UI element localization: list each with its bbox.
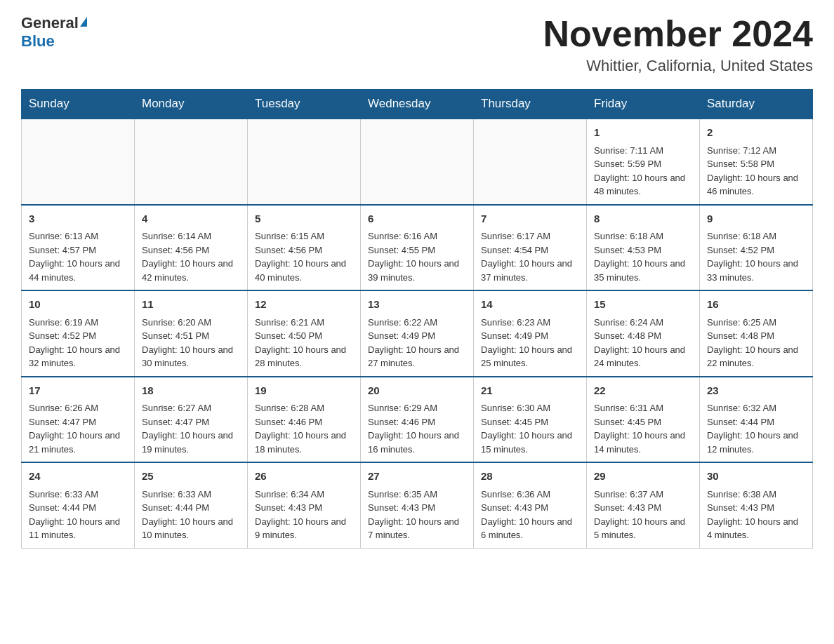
day-info: Sunrise: 6:34 AMSunset: 4:43 PMDaylight:…	[255, 488, 353, 542]
calendar-cell	[474, 119, 587, 205]
day-number: 8	[594, 211, 692, 227]
day-info: Sunrise: 6:24 AMSunset: 4:48 PMDaylight:…	[594, 316, 692, 370]
calendar-table: SundayMondayTuesdayWednesdayThursdayFrid…	[21, 89, 813, 549]
calendar-cell: 30Sunrise: 6:38 AMSunset: 4:43 PMDayligh…	[700, 462, 813, 548]
day-info: Sunrise: 6:22 AMSunset: 4:49 PMDaylight:…	[368, 316, 466, 370]
day-info: Sunrise: 6:31 AMSunset: 4:45 PMDaylight:…	[594, 401, 692, 456]
day-info: Sunrise: 6:33 AMSunset: 4:44 PMDaylight:…	[142, 488, 240, 542]
day-number: 1	[594, 125, 692, 141]
calendar-cell: 7Sunrise: 6:17 AMSunset: 4:54 PMDaylight…	[474, 205, 587, 291]
calendar-cell: 17Sunrise: 6:26 AMSunset: 4:47 PMDayligh…	[22, 377, 135, 463]
day-number: 2	[707, 125, 805, 141]
logo: General Blue	[21, 14, 87, 51]
day-info: Sunrise: 6:18 AMSunset: 4:52 PMDaylight:…	[707, 229, 805, 284]
calendar-cell	[22, 119, 135, 205]
day-info: Sunrise: 6:19 AMSunset: 4:52 PMDaylight:…	[29, 316, 127, 370]
title-area: November 2024 Whittier, California, Unit…	[543, 14, 813, 75]
day-info: Sunrise: 6:18 AMSunset: 4:53 PMDaylight:…	[594, 229, 692, 284]
weekday-header-saturday: Saturday	[700, 90, 813, 119]
day-number: 21	[481, 383, 579, 399]
week-row-5: 24Sunrise: 6:33 AMSunset: 4:44 PMDayligh…	[22, 462, 813, 548]
calendar-cell: 5Sunrise: 6:15 AMSunset: 4:56 PMDaylight…	[248, 205, 361, 291]
day-info: Sunrise: 6:33 AMSunset: 4:44 PMDaylight:…	[29, 488, 127, 542]
day-number: 29	[594, 469, 692, 485]
day-info: Sunrise: 6:30 AMSunset: 4:45 PMDaylight:…	[481, 401, 579, 456]
day-number: 19	[255, 383, 353, 399]
calendar-cell: 10Sunrise: 6:19 AMSunset: 4:52 PMDayligh…	[22, 290, 135, 377]
calendar-cell: 22Sunrise: 6:31 AMSunset: 4:45 PMDayligh…	[587, 377, 700, 463]
day-info: Sunrise: 6:28 AMSunset: 4:46 PMDaylight:…	[255, 401, 353, 456]
calendar-cell: 13Sunrise: 6:22 AMSunset: 4:49 PMDayligh…	[361, 290, 474, 377]
day-number: 17	[29, 383, 127, 399]
calendar-cell: 28Sunrise: 6:36 AMSunset: 4:43 PMDayligh…	[474, 462, 587, 548]
calendar-cell: 4Sunrise: 6:14 AMSunset: 4:56 PMDaylight…	[135, 205, 248, 291]
week-row-1: 1Sunrise: 7:11 AMSunset: 5:59 PMDaylight…	[22, 119, 813, 205]
logo-blue-text: Blue	[21, 32, 55, 51]
day-info: Sunrise: 6:15 AMSunset: 4:56 PMDaylight:…	[255, 229, 353, 284]
day-info: Sunrise: 6:17 AMSunset: 4:54 PMDaylight:…	[481, 229, 579, 284]
calendar-cell: 26Sunrise: 6:34 AMSunset: 4:43 PMDayligh…	[248, 462, 361, 548]
day-number: 27	[368, 469, 466, 485]
header: General Blue November 2024 Whittier, Cal…	[21, 14, 813, 75]
day-info: Sunrise: 6:14 AMSunset: 4:56 PMDaylight:…	[142, 229, 240, 284]
calendar-cell: 9Sunrise: 6:18 AMSunset: 4:52 PMDaylight…	[700, 205, 813, 291]
weekday-header-tuesday: Tuesday	[248, 90, 361, 119]
calendar-cell: 18Sunrise: 6:27 AMSunset: 4:47 PMDayligh…	[135, 377, 248, 463]
calendar-cell	[135, 119, 248, 205]
day-number: 30	[707, 469, 805, 485]
day-info: Sunrise: 6:37 AMSunset: 4:43 PMDaylight:…	[594, 488, 692, 542]
calendar-cell: 11Sunrise: 6:20 AMSunset: 4:51 PMDayligh…	[135, 290, 248, 377]
calendar-cell: 3Sunrise: 6:13 AMSunset: 4:57 PMDaylight…	[22, 205, 135, 291]
calendar-cell: 2Sunrise: 7:12 AMSunset: 5:58 PMDaylight…	[700, 119, 813, 205]
day-number: 3	[29, 211, 127, 227]
day-info: Sunrise: 7:12 AMSunset: 5:58 PMDaylight:…	[707, 144, 805, 199]
day-number: 20	[368, 383, 466, 399]
day-number: 11	[142, 297, 240, 313]
day-number: 23	[707, 383, 805, 399]
weekday-header-friday: Friday	[587, 90, 700, 119]
day-info: Sunrise: 6:25 AMSunset: 4:48 PMDaylight:…	[707, 316, 805, 370]
weekday-header-row: SundayMondayTuesdayWednesdayThursdayFrid…	[22, 90, 813, 119]
day-number: 14	[481, 297, 579, 313]
week-row-2: 3Sunrise: 6:13 AMSunset: 4:57 PMDaylight…	[22, 205, 813, 291]
calendar-cell: 21Sunrise: 6:30 AMSunset: 4:45 PMDayligh…	[474, 377, 587, 463]
day-info: Sunrise: 6:27 AMSunset: 4:47 PMDaylight:…	[142, 401, 240, 456]
day-info: Sunrise: 6:38 AMSunset: 4:43 PMDaylight:…	[707, 488, 805, 542]
calendar-cell: 16Sunrise: 6:25 AMSunset: 4:48 PMDayligh…	[700, 290, 813, 377]
calendar-cell: 12Sunrise: 6:21 AMSunset: 4:50 PMDayligh…	[248, 290, 361, 377]
calendar-cell: 29Sunrise: 6:37 AMSunset: 4:43 PMDayligh…	[587, 462, 700, 548]
day-number: 4	[142, 211, 240, 227]
calendar-subtitle: Whittier, California, United States	[543, 57, 813, 75]
day-number: 9	[707, 211, 805, 227]
calendar-title: November 2024	[543, 14, 813, 54]
day-number: 10	[29, 297, 127, 313]
day-number: 28	[481, 469, 579, 485]
day-info: Sunrise: 6:13 AMSunset: 4:57 PMDaylight:…	[29, 229, 127, 284]
day-info: Sunrise: 6:23 AMSunset: 4:49 PMDaylight:…	[481, 316, 579, 370]
weekday-header-sunday: Sunday	[22, 90, 135, 119]
day-info: Sunrise: 6:20 AMSunset: 4:51 PMDaylight:…	[142, 316, 240, 370]
day-info: Sunrise: 6:35 AMSunset: 4:43 PMDaylight:…	[368, 488, 466, 542]
calendar-cell: 24Sunrise: 6:33 AMSunset: 4:44 PMDayligh…	[22, 462, 135, 548]
day-info: Sunrise: 7:11 AMSunset: 5:59 PMDaylight:…	[594, 144, 692, 199]
day-number: 13	[368, 297, 466, 313]
calendar-cell: 25Sunrise: 6:33 AMSunset: 4:44 PMDayligh…	[135, 462, 248, 548]
logo-general-text: General	[21, 14, 79, 32]
day-number: 15	[594, 297, 692, 313]
week-row-4: 17Sunrise: 6:26 AMSunset: 4:47 PMDayligh…	[22, 377, 813, 463]
calendar-cell: 19Sunrise: 6:28 AMSunset: 4:46 PMDayligh…	[248, 377, 361, 463]
weekday-header-wednesday: Wednesday	[361, 90, 474, 119]
day-info: Sunrise: 6:21 AMSunset: 4:50 PMDaylight:…	[255, 316, 353, 370]
logo-triangle-icon	[80, 17, 87, 27]
calendar-cell: 14Sunrise: 6:23 AMSunset: 4:49 PMDayligh…	[474, 290, 587, 377]
day-number: 25	[142, 469, 240, 485]
day-number: 5	[255, 211, 353, 227]
day-number: 24	[29, 469, 127, 485]
week-row-3: 10Sunrise: 6:19 AMSunset: 4:52 PMDayligh…	[22, 290, 813, 377]
day-number: 18	[142, 383, 240, 399]
day-number: 12	[255, 297, 353, 313]
calendar-cell: 15Sunrise: 6:24 AMSunset: 4:48 PMDayligh…	[587, 290, 700, 377]
day-number: 7	[481, 211, 579, 227]
day-info: Sunrise: 6:32 AMSunset: 4:44 PMDaylight:…	[707, 401, 805, 456]
day-number: 16	[707, 297, 805, 313]
